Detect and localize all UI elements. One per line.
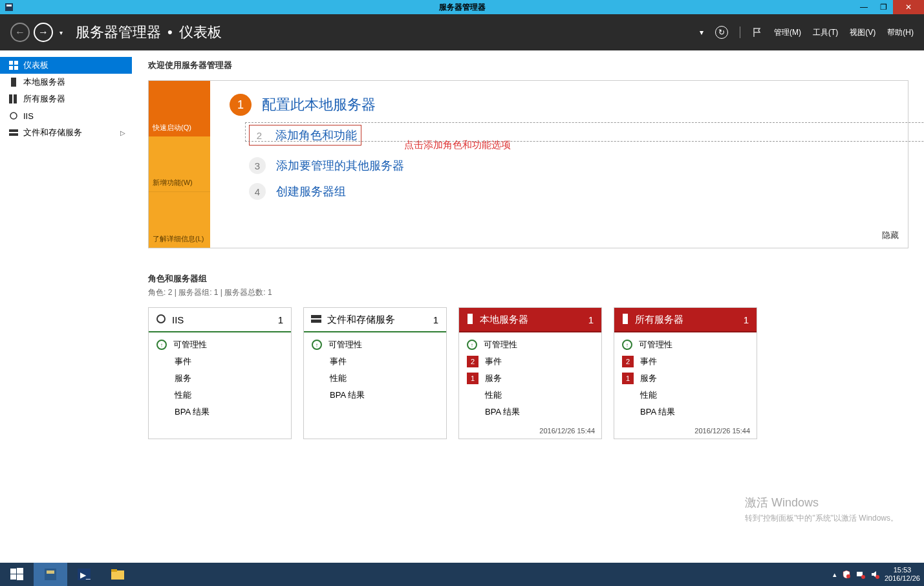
step-1[interactable]: 1 配置此本地服务器 [230,94,888,116]
sidebar-item-local-server[interactable]: 本地服务器 [0,74,132,91]
tile-row-label: BPA 结果 [175,406,210,418]
tile-row-performance[interactable]: 性能 [312,373,438,384]
menu-tools[interactable]: 工具(T) [813,27,838,38]
nav-back-button[interactable]: ← [10,23,30,42]
taskbar-clock[interactable]: 15:53 2016/12/26 [885,566,920,583]
start-button[interactable] [0,563,34,586]
menu-manage[interactable]: 管理(M) [774,27,801,38]
svg-rect-14 [311,320,321,323]
minimize-button[interactable]: — [854,0,874,14]
tile-row-events[interactable]: 2事件 [467,356,594,367]
notifications-flag-icon[interactable] [752,27,762,38]
tile-row-bpa[interactable]: BPA 结果 [467,406,594,418]
tile-2[interactable]: 本地服务器1↑可管理性2事件1服务性能BPA 结果2016/12/26 15:4… [458,307,602,439]
tile-header: IIS1 [149,308,291,331]
step-4[interactable]: 4 创建服务器组 [249,183,888,200]
tile-row-manageability[interactable]: ↑可管理性 [622,339,749,351]
hide-link[interactable]: 隐藏 [882,230,899,241]
svg-rect-5 [14,66,18,70]
tile-row-services[interactable]: 服务 [156,373,283,384]
svg-rect-22 [47,570,54,574]
svg-point-29 [861,575,865,579]
groups-heading: 角色和服务器组 [148,273,908,285]
sidebar-item-label: 仪表板 [23,60,48,71]
svg-rect-1 [6,5,12,6]
tile-row-performance[interactable]: 性能 [622,389,749,401]
breadcrumb: 服务器管理器 • 仪表板 [76,23,222,42]
tile-row-performance[interactable]: 性能 [156,389,283,401]
svg-rect-15 [467,314,473,324]
step-number-3: 3 [249,157,266,174]
tile-row-manageability[interactable]: ↑可管理性 [156,339,283,351]
close-button[interactable]: ✕ [893,0,924,14]
taskbar-powershell[interactable]: ▶_ [67,563,101,586]
iis-icon [9,111,18,120]
sidebar-item-label: IIS [23,111,34,121]
tab-whats-new[interactable]: 新增功能(W) [149,136,210,192]
taskbar-explorer[interactable] [101,563,134,586]
sidebar-item-file-storage[interactable]: 文件和存储服务 ▷ [0,124,132,141]
server-icon [9,78,18,87]
menu-view[interactable]: 视图(V) [850,27,876,38]
tray-security-icon[interactable] [842,570,851,579]
groups-subtitle: 角色: 2 | 服务器组: 1 | 服务器总数: 1 [148,287,908,298]
expand-icon[interactable]: ▷ [120,129,125,136]
menu-help[interactable]: 帮助(H) [887,27,914,38]
tile-row-manageability[interactable]: ↑可管理性 [467,339,594,351]
sidebar-item-dashboard[interactable]: 仪表板 [0,57,132,74]
breadcrumb-app[interactable]: 服务器管理器 [76,23,161,42]
svg-rect-19 [10,574,16,580]
tile-row-events[interactable]: 事件 [312,356,438,367]
annotation-text: 点击添加角色和功能选项 [404,139,511,151]
tile-row-events[interactable]: 2事件 [622,356,749,367]
svg-rect-8 [14,94,17,103]
servers-icon [9,94,18,103]
tile-row-label: 性能 [640,389,657,401]
tile-0[interactable]: IIS1↑可管理性事件服务性能BPA 结果 [148,307,292,439]
tile-row-services[interactable]: 1服务 [622,373,749,384]
svg-rect-18 [17,568,23,574]
refresh-icon[interactable]: ↻ [715,26,728,39]
step-label-4: 创建服务器组 [276,184,346,199]
tile-row-performance[interactable]: 性能 [467,389,594,401]
tile-1[interactable]: 文件和存储服务1↑可管理性事件性能BPA 结果 [303,307,447,439]
tile-row-manageability[interactable]: ↑可管理性 [312,339,438,351]
tile-row-bpa[interactable]: BPA 结果 [312,389,438,401]
tile-header: 所有服务器1 [614,308,757,331]
breadcrumb-page[interactable]: 仪表板 [179,23,222,42]
system-tray: ▴ 15:53 2016/12/26 [833,566,920,583]
tray-sound-icon[interactable] [870,570,879,579]
tile-row-label: 可管理性 [639,339,672,351]
sidebar-item-iis[interactable]: IIS [0,107,132,124]
tile-timestamp: 2016/12/26 15:44 [459,423,601,439]
maximize-button[interactable]: ❐ [874,0,893,14]
tile-count: 1 [744,314,749,325]
taskbar-server-manager[interactable] [34,563,67,586]
tile-title: IIS [172,314,184,325]
tile-row-bpa[interactable]: BPA 结果 [156,406,283,418]
tile-row-label: 性能 [330,373,347,384]
tile-row-events[interactable]: 事件 [156,356,283,367]
header-dropdown-caret[interactable]: ▾ [700,28,704,37]
svg-rect-28 [857,572,863,576]
svg-rect-17 [10,569,16,574]
tile-row-services[interactable]: 1服务 [467,373,594,384]
tray-network-icon[interactable] [856,570,865,579]
tab-learn-more[interactable]: 了解详细信息(L) [149,191,210,248]
step-number-1: 1 [230,94,252,116]
sidebar-item-all-servers[interactable]: 所有服务器 [0,91,132,107]
step-2[interactable]: 2 添加角色和功能 [249,125,888,146]
svg-rect-25 [111,570,124,580]
tile-header: 文件和存储服务1 [304,308,446,331]
nav-history-dropdown[interactable]: ▾ [59,29,63,36]
tile-3[interactable]: 所有服务器1↑可管理性2事件1服务性能BPA 结果2016/12/26 15:4… [614,307,757,439]
nav-forward-button[interactable]: → [34,23,53,42]
tab-quick-start[interactable]: 快速启动(Q) [149,81,210,136]
storage-icon [9,128,18,137]
taskbar-date: 2016/12/26 [885,574,920,583]
tile-row-bpa[interactable]: BPA 结果 [622,406,749,418]
tray-chevron-icon[interactable]: ▴ [833,570,837,579]
tile-row-label: 事件 [640,356,657,367]
step-3[interactable]: 3 添加要管理的其他服务器 [249,157,888,174]
svg-point-27 [846,574,850,578]
